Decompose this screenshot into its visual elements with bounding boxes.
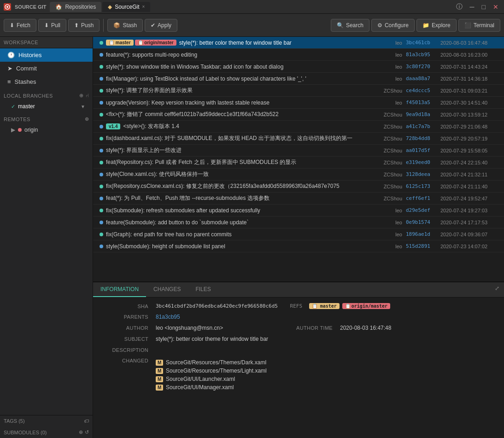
- table-row[interactable]: fix(Graph): end path for tree has no par…: [93, 228, 504, 240]
- sha-value: 3bc461cbdf2bd706edbca6420ec9fe966580c6d5…: [156, 303, 497, 309]
- graph-dot: [100, 221, 103, 224]
- commit-list[interactable]: 📋 master📋 origin/masterstyle(*): better …: [93, 37, 504, 281]
- minimize-button[interactable]: ─: [468, 3, 476, 11]
- graph-dot: [100, 161, 103, 164]
- search-button[interactable]: 🔍 Search: [331, 19, 369, 32]
- file-modified-badge: M: [156, 385, 163, 391]
- branches-actions: ⊕ ⑁: [79, 93, 89, 99]
- commit-hash: daaa88a7: [406, 76, 440, 82]
- list-item[interactable]: MSourceGit/UI/Launcher.xaml: [156, 376, 267, 382]
- table-row[interactable]: feat(Repository.cs): Pull 或者 Fetch 之后，更新…: [93, 157, 504, 169]
- apply-icon: ✔: [151, 22, 155, 29]
- push-button[interactable]: ⬆ Push: [68, 19, 100, 32]
- sidebar-item-commit[interactable]: ➤ Commit: [0, 62, 93, 75]
- commit-message: fix(Submodule): refresh submodules after…: [106, 207, 369, 214]
- table-row[interactable]: feat(*): 为 Pull、Fetch、Push 增加 --recurse-…: [93, 193, 504, 204]
- terminal-button[interactable]: ⬛ Terminal: [458, 19, 500, 32]
- stash-button[interactable]: 📦 Stash: [107, 19, 143, 32]
- commit-message: fix(Repository.csClone.xaml.cs): 修复之前的更改…: [106, 182, 369, 190]
- remote-dot: [18, 128, 22, 132]
- graph-node: [97, 161, 106, 164]
- table-row[interactable]: style(*): show window title in Windows T…: [93, 61, 504, 73]
- tab-repositories[interactable]: 🏠 Repositories: [50, 2, 101, 12]
- graph-node: [97, 149, 106, 152]
- graph-dot: [100, 41, 103, 45]
- repo-tab-label: Repositories: [65, 4, 96, 10]
- refs-badges: 📋 master 📋 origin/master: [309, 303, 390, 309]
- filter-icon[interactable]: ▼: [81, 104, 85, 109]
- apply-label: Apply: [158, 22, 171, 29]
- list-item[interactable]: MSourceGit/UI/Manager.xaml: [156, 384, 267, 391]
- graph-dot: [100, 173, 103, 176]
- submodule-add-icon[interactable]: ⊕: [79, 429, 83, 435]
- tab-files[interactable]: FILES: [188, 282, 218, 297]
- commit-message: <style>(): 发布版本 1.4: [123, 123, 369, 130]
- list-item[interactable]: MSourceGit/Resources/Themes/Dark.xaml: [156, 359, 267, 366]
- commit-message: style(Submodule): height of submodule li…: [106, 243, 369, 250]
- tags-item[interactable]: TAGS (5) 🏷: [0, 415, 93, 426]
- commit-date: 2020-07-24 09:36:07: [440, 232, 500, 237]
- graph-node: [97, 125, 106, 128]
- table-row[interactable]: 📋 master📋 origin/masterstyle(*): better …: [93, 37, 504, 49]
- tab-changes[interactable]: CHANGES: [146, 282, 188, 297]
- commit-message: feature(*): supports multi-repo editing: [106, 52, 369, 58]
- table-row[interactable]: style(Submodule): height of submodule li…: [93, 240, 504, 252]
- fetch-button[interactable]: ⬇ Fetch: [4, 19, 36, 32]
- graph-node: [97, 89, 106, 93]
- sidebar-item-stashes[interactable]: ≡ Stashes: [0, 75, 93, 88]
- branch-master-label: master: [18, 103, 35, 110]
- commit-hash: ce4dccc5: [406, 88, 440, 93]
- tab-information[interactable]: INFORMATION: [93, 282, 146, 297]
- table-row[interactable]: fix(dashboard.xaml.cs): 对于 SUBMODULE，如果发…: [93, 133, 504, 145]
- author-value: leo <longshuang@msn.cn>: [156, 325, 294, 331]
- toolbar-separator-1: [103, 19, 104, 32]
- table-row[interactable]: fix(Repository.csClone.xaml.cs): 修复之前的更改…: [93, 181, 504, 193]
- remote-expand-icon: ▶: [11, 127, 15, 133]
- commit-hash: 3128deea: [406, 171, 440, 177]
- table-row[interactable]: style(Clone.xaml.cs): 使代码风格保持一致ZCShou312…: [93, 169, 504, 181]
- remote-origin[interactable]: ▶ origin: [0, 124, 93, 135]
- graph-node: [97, 197, 106, 200]
- graph-node: [97, 65, 106, 69]
- merge-icon[interactable]: ⑁: [86, 93, 89, 99]
- submodule-refresh-icon[interactable]: ↺: [85, 429, 89, 435]
- graph-dot: [100, 209, 103, 212]
- table-row[interactable]: feature(Submodule): add button to do `su…: [93, 216, 504, 228]
- commit-date: 2020-07-30 14:51:40: [440, 100, 500, 105]
- submodules-item[interactable]: SUBMODULES (0) ⊕ ↺: [0, 426, 93, 438]
- commit-message: feat(*): 为 Pull、Fetch、Push 增加 --recurse-…: [106, 194, 369, 202]
- branch-master[interactable]: ✓ master ▼: [0, 101, 93, 112]
- parent-link[interactable]: 81a3cb95: [156, 314, 180, 320]
- list-item[interactable]: MSourceGit/Resources/Themes/Light.xaml: [156, 368, 267, 374]
- table-row[interactable]: fix(Manager): using TextBlock instead of…: [93, 73, 504, 85]
- graph-dot: [100, 65, 103, 69]
- commit-author: ZCShou: [369, 196, 406, 201]
- table-row[interactable]: feature(*): supports multi-repo editingl…: [93, 49, 504, 61]
- table-row[interactable]: style(*): 界面显示上的一些改进ZCShouaa017d5f2020-0…: [93, 145, 504, 157]
- maximize-button[interactable]: □: [480, 3, 487, 11]
- detail-panel: INFORMATION CHANGES FILES ⤢ SHA 3bc461cb…: [93, 281, 504, 438]
- sidebar-item-histories[interactable]: 🕐 Histories: [0, 48, 93, 62]
- close-button[interactable]: ✕: [491, 3, 500, 11]
- commit-badge-version: v1.4: [106, 123, 120, 129]
- histories-label: Histories: [18, 52, 42, 58]
- expand-panel-button[interactable]: ⤢: [490, 282, 504, 297]
- apply-button[interactable]: ✔ Apply: [145, 19, 177, 32]
- add-branch-icon[interactable]: ⊕: [79, 93, 84, 99]
- help-button[interactable]: ⓘ: [454, 3, 464, 11]
- pull-button[interactable]: ⬇ Pull: [38, 19, 66, 32]
- file-path: SourceGit/Resources/Themes/Light.xaml: [166, 368, 267, 374]
- table-row[interactable]: fix(Submodule): refresh submodules after…: [93, 204, 504, 216]
- tags-icon: 🏷: [84, 418, 89, 424]
- close-tab-icon[interactable]: ×: [142, 4, 145, 9]
- title-bar-tabs: 🏠 Repositories ◆ SourceGit ×: [50, 2, 150, 12]
- add-remote-icon[interactable]: ⊕: [85, 116, 89, 122]
- tab-sourcegit[interactable]: ◆ SourceGit ×: [102, 2, 150, 12]
- explore-button[interactable]: 📁 Explore: [416, 19, 457, 32]
- table-row[interactable]: upgrade(Version): Keep version tracking …: [93, 97, 504, 109]
- table-row[interactable]: <fix>(*): 撤销了 commit ceff6ef1021b7ad59dd…: [93, 109, 504, 121]
- table-row[interactable]: style(*): 调整了部分界面的显示效果ZCShouce4dccc52020…: [93, 85, 504, 97]
- configure-button[interactable]: ⚙ Configure: [371, 19, 415, 32]
- table-row[interactable]: v1.4<style>(): 发布版本 1.4ZCShoua41c7a7b202…: [93, 121, 504, 133]
- remote-origin-label: origin: [24, 127, 38, 133]
